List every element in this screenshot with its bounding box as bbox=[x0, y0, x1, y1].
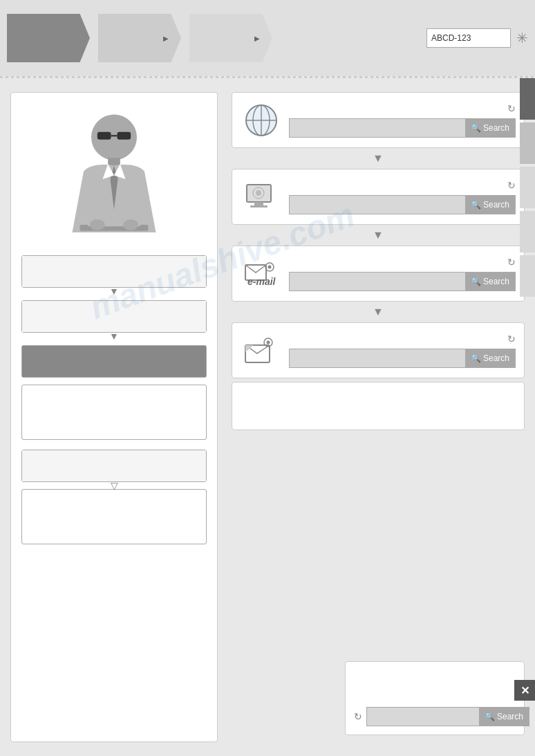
magnifier-icon-email: 🔍 bbox=[471, 277, 481, 286]
magnifier-icon-bottom: 🔍 bbox=[485, 712, 495, 721]
envelope-svg bbox=[243, 333, 279, 369]
computer-svg bbox=[243, 179, 279, 215]
card-icon-envelope bbox=[241, 331, 282, 369]
sidebar-tab-4[interactable] bbox=[520, 211, 535, 252]
dropdown-2[interactable]: ▼ bbox=[21, 300, 207, 333]
svg-marker-30 bbox=[245, 345, 254, 352]
dropdown-2-arrow: ▼ bbox=[109, 331, 119, 342]
card-icon-email: e-mail bbox=[241, 255, 282, 293]
top-search-input[interactable] bbox=[427, 29, 510, 47]
dropdown-1-inner bbox=[22, 256, 206, 287]
card-search-label-web: Search bbox=[483, 123, 509, 133]
bottom-float-card: ↻ 🔍 Search bbox=[345, 661, 525, 735]
sidebar-tab-2[interactable] bbox=[520, 122, 535, 164]
nav-arrow-shape-3 bbox=[189, 14, 272, 62]
right-sidebar bbox=[520, 78, 535, 298]
person-svg bbox=[38, 110, 190, 248]
globe-svg bbox=[243, 102, 279, 138]
nav-arrow-1[interactable] bbox=[7, 14, 90, 62]
svg-rect-1 bbox=[97, 132, 111, 140]
empty-card bbox=[232, 382, 525, 430]
nav-arrow-3[interactable]: ▶ bbox=[189, 14, 272, 62]
card-search-input-web[interactable] bbox=[290, 119, 465, 137]
card-top-row-envelope: ↻ bbox=[289, 333, 516, 344]
search-card-computer: ↻ 🔍 Search bbox=[232, 169, 525, 225]
play-icon-2: ▶ bbox=[254, 35, 260, 42]
down-arrow-3: ▼ bbox=[232, 306, 525, 317]
sidebar-tab-1[interactable] bbox=[520, 78, 535, 120]
svg-point-16 bbox=[246, 105, 276, 136]
card-search-area-web: ↻ 🔍 Search bbox=[289, 103, 516, 138]
dropdown-1[interactable]: ▼ bbox=[21, 255, 207, 288]
card-search-btn-bottom[interactable]: 🔍 Search bbox=[479, 708, 529, 726]
card-search-input-email[interactable] bbox=[290, 273, 465, 291]
search-input-row-email: 🔍 Search bbox=[289, 272, 516, 291]
card-top-row-email: ↻ bbox=[289, 257, 516, 268]
card-search-input-computer[interactable] bbox=[290, 196, 465, 214]
person-illustration bbox=[21, 103, 207, 255]
dropdown-3[interactable] bbox=[21, 345, 207, 378]
sidebar-tab-3[interactable] bbox=[520, 167, 535, 208]
dropdown-4[interactable]: ▽ bbox=[21, 450, 207, 482]
card-search-label-bottom: Search bbox=[497, 712, 523, 721]
nav-arrow-2[interactable]: ▶ bbox=[98, 14, 181, 62]
card-icon-computer bbox=[241, 178, 282, 216]
bottom-card-search-row: ↻ 🔍 Search bbox=[354, 707, 516, 726]
card-search-input-bottom[interactable] bbox=[367, 708, 479, 726]
search-input-row-computer: 🔍 Search bbox=[289, 195, 516, 214]
close-button[interactable]: ✕ bbox=[514, 680, 535, 701]
search-card-web: ↻ 🔍 Search bbox=[232, 92, 525, 148]
refresh-icon-computer[interactable]: ↻ bbox=[507, 180, 516, 191]
svg-rect-20 bbox=[254, 202, 263, 205]
dropdown-2-inner bbox=[22, 301, 206, 332]
card-icon-web bbox=[241, 101, 282, 139]
card-search-btn-web[interactable]: 🔍 Search bbox=[465, 119, 515, 137]
sparkle-icon: ✳ bbox=[516, 30, 528, 46]
card-search-label-email: Search bbox=[483, 277, 509, 286]
svg-point-26 bbox=[268, 265, 272, 268]
text-box-1 bbox=[21, 385, 207, 440]
svg-point-22 bbox=[256, 190, 261, 196]
left-panel: ▼ ▼ ▽ bbox=[10, 92, 218, 742]
svg-point-10 bbox=[90, 219, 105, 230]
nav-arrow-shape-1 bbox=[7, 14, 90, 62]
svg-rect-21 bbox=[250, 205, 268, 208]
magnifier-icon-web: 🔍 bbox=[471, 123, 481, 133]
down-arrow-1: ▼ bbox=[232, 153, 525, 164]
search-input-row-web: 🔍 Search bbox=[289, 118, 516, 138]
right-panel: ↻ 🔍 Search ▼ bbox=[232, 92, 525, 742]
text-box-2 bbox=[21, 489, 207, 544]
dropdown-4-arrow: ▽ bbox=[111, 480, 118, 491]
card-top-row-computer: ↻ bbox=[289, 180, 516, 191]
refresh-icon-email[interactable]: ↻ bbox=[507, 257, 516, 268]
magnifier-icon-envelope: 🔍 bbox=[471, 353, 481, 363]
down-arrow-2: ▼ bbox=[232, 230, 525, 241]
svg-text:e-mail: e-mail bbox=[247, 276, 276, 287]
card-search-btn-email[interactable]: 🔍 Search bbox=[465, 273, 515, 291]
top-navigation: ▶ ▶ ✳ bbox=[0, 0, 535, 76]
sidebar-tab-5[interactable] bbox=[520, 255, 535, 297]
top-search-box bbox=[426, 28, 511, 48]
card-search-btn-envelope[interactable]: 🔍 Search bbox=[465, 349, 515, 367]
svg-point-11 bbox=[123, 219, 138, 230]
refresh-icon-envelope[interactable]: ↻ bbox=[507, 333, 516, 344]
refresh-icon-bottom[interactable]: ↻ bbox=[354, 711, 362, 722]
card-search-input-envelope[interactable] bbox=[290, 349, 465, 367]
bottom-card-top bbox=[354, 672, 516, 700]
nav-arrow-shape-2 bbox=[98, 14, 181, 62]
main-content: ▼ ▼ ▽ bbox=[0, 78, 535, 756]
dropdown-3-inner bbox=[22, 346, 206, 377]
card-search-btn-computer[interactable]: 🔍 Search bbox=[465, 196, 515, 214]
search-card-email: e-mail ↻ 🔍 Search bbox=[232, 246, 525, 302]
svg-point-29 bbox=[267, 340, 270, 344]
card-search-label-computer: Search bbox=[483, 200, 509, 210]
dropdown-4-inner bbox=[22, 450, 206, 481]
card-search-area-email: ↻ 🔍 Search bbox=[289, 257, 516, 291]
top-right-area: ✳ bbox=[426, 28, 528, 48]
dropdown-1-arrow: ▼ bbox=[109, 286, 119, 297]
svg-rect-2 bbox=[117, 132, 131, 140]
email-svg: e-mail bbox=[243, 255, 279, 291]
search-input-row-bottom: 🔍 Search bbox=[366, 707, 529, 726]
refresh-icon-web[interactable]: ↻ bbox=[507, 103, 516, 114]
card-search-area-computer: ↻ 🔍 Search bbox=[289, 180, 516, 214]
